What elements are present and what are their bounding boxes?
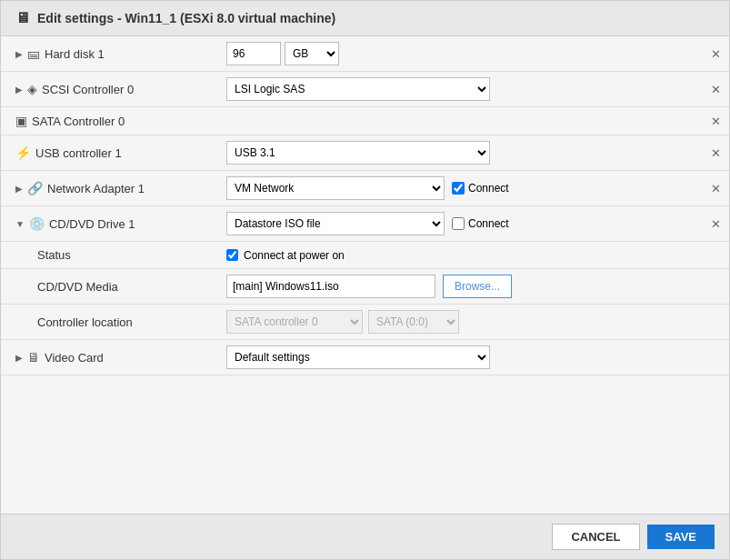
network-connect-checkbox[interactable] — [452, 182, 465, 195]
save-button[interactable]: SAVE — [647, 525, 715, 549]
usb-value-cell: USB 3.1 USB 2.0 — [219, 135, 702, 171]
video-action — [702, 340, 729, 375]
dialog-title-bar: 🖥 Edit settings - Win11_1 (ESXi 8.0 virt… — [1, 1, 729, 36]
scsi-value-cell: LSI Logic SAS LSI Logic Parallel VMware … — [219, 72, 702, 107]
cd-connect-text: Connect — [468, 217, 509, 230]
media-path-input[interactable] — [226, 275, 435, 298]
expand-arrow-icon: ▼ — [15, 219, 25, 229]
hard-disk-expand[interactable]: ▶ 🖴 Hard disk 1 — [15, 46, 105, 61]
sata-controller-row: ▣ SATA Controller 0 ✕ — [1, 107, 729, 135]
hard-disk-remove[interactable]: ✕ — [702, 36, 729, 72]
cd-status-row: Status Connect at power on — [1, 242, 729, 269]
cd-icon: 💿 — [29, 216, 45, 231]
network-expand[interactable]: ▶ 🔗 Network Adapter 1 — [15, 181, 145, 195]
sata-label-cell: ▣ SATA Controller 0 — [1, 107, 219, 135]
scsi-expand[interactable]: ▶ ◈ SCSI Controller 0 — [15, 82, 134, 96]
cd-dvd-row: ▼ 💿 CD/DVD Drive 1 Datastore ISO file Cl… — [1, 206, 729, 242]
controller-select[interactable]: SATA controller 0 SATA controller 1 — [226, 310, 363, 334]
controller-location-row: Controller location SATA controller 0 SA… — [1, 305, 729, 340]
network-controls: VM Network Management Network Connect — [226, 176, 695, 200]
sata-expand[interactable]: ▣ SATA Controller 0 — [15, 114, 125, 128]
expand-arrow-icon: ▶ — [15, 184, 23, 194]
hard-disk-label-cell: ▶ 🖴 Hard disk 1 — [1, 36, 219, 72]
status-label: Status — [37, 248, 71, 262]
video-icon: 🖥 — [27, 350, 40, 365]
scsi-type-select[interactable]: LSI Logic SAS LSI Logic Parallel VMware … — [226, 77, 490, 101]
media-value-cell: Browse... — [219, 269, 702, 305]
sata-icon: ▣ — [15, 114, 27, 128]
cd-connect-label[interactable]: Connect — [452, 217, 509, 230]
controller-location-label-cell: Controller location — [1, 305, 219, 340]
network-label-cell: ▶ 🔗 Network Adapter 1 — [1, 171, 219, 206]
vm-settings-icon: 🖥 — [15, 10, 30, 26]
hard-disk-row: ▶ 🖴 Hard disk 1 GB MB KB TB — [1, 36, 729, 72]
scsi-label: SCSI Controller 0 — [42, 83, 134, 96]
media-label-cell: CD/DVD Media — [1, 269, 219, 305]
media-row-controls: Browse... — [226, 275, 695, 298]
connect-power-text: Connect at power on — [244, 249, 345, 262]
dialog-title: Edit settings - Win11_1 (ESXi 8.0 virtua… — [37, 11, 335, 25]
video-label: Video Card — [45, 351, 104, 365]
media-action — [702, 269, 729, 305]
status-row-controls: Connect at power on — [226, 249, 695, 262]
edit-settings-dialog: 🖥 Edit settings - Win11_1 (ESXi 8.0 virt… — [0, 0, 730, 560]
cd-media-row: CD/DVD Media Browse... — [1, 269, 729, 305]
cd-label: CD/DVD Drive 1 — [49, 217, 135, 231]
usb-label: USB controller 1 — [35, 146, 122, 160]
network-select[interactable]: VM Network Management Network — [226, 176, 445, 200]
dialog-footer: CANCEL SAVE — [1, 514, 729, 559]
controller-location-label: Controller location — [37, 315, 133, 329]
network-connect-label[interactable]: Connect — [452, 182, 509, 195]
network-label: Network Adapter 1 — [47, 182, 145, 195]
connect-power-checkbox[interactable] — [226, 249, 238, 261]
usb-remove[interactable]: ✕ — [702, 135, 729, 171]
cd-label-cell: ▼ 💿 CD/DVD Drive 1 — [1, 206, 219, 242]
network-icon: 🔗 — [27, 181, 43, 195]
browse-button[interactable]: Browse... — [443, 275, 512, 298]
scsi-label-cell: ▶ ◈ SCSI Controller 0 — [1, 72, 219, 107]
sata-value-cell — [219, 107, 702, 135]
cancel-button[interactable]: CANCEL — [552, 524, 639, 550]
cd-type-select[interactable]: Datastore ISO file Client Device Host De… — [226, 212, 445, 235]
video-expand[interactable]: ▶ 🖥 Video Card — [15, 350, 104, 365]
video-settings-select[interactable]: Default settings Custom — [226, 345, 490, 369]
usb-controller-row: ⚡ USB controller 1 USB 3.1 USB 2.0 ✕ — [1, 135, 729, 171]
cd-expand[interactable]: ▼ 💿 CD/DVD Drive 1 — [15, 216, 135, 231]
usb-version-select[interactable]: USB 3.1 USB 2.0 — [226, 141, 490, 165]
scsi-icon: ◈ — [27, 82, 37, 96]
sata-label: SATA Controller 0 — [32, 115, 125, 128]
status-value-cell: Connect at power on — [219, 242, 702, 269]
media-label: CD/DVD Media — [37, 280, 118, 294]
cd-value-cell: Datastore ISO file Client Device Host De… — [219, 206, 702, 242]
expand-arrow-icon: ▶ — [15, 49, 23, 59]
usb-label-cell: ⚡ USB controller 1 — [1, 135, 219, 171]
status-action — [702, 242, 729, 269]
hard-disk-label: Hard disk 1 — [45, 47, 105, 61]
scsi-remove[interactable]: ✕ — [702, 72, 729, 107]
expand-arrow-icon: ▶ — [15, 353, 23, 363]
settings-table: ▶ 🖴 Hard disk 1 GB MB KB TB — [1, 36, 729, 375]
video-value-cell: Default settings Custom — [219, 340, 702, 375]
network-connect-text: Connect — [468, 182, 509, 195]
network-remove[interactable]: ✕ — [702, 171, 729, 206]
usb-icon: ⚡ — [15, 145, 31, 160]
status-label-cell: Status — [1, 242, 219, 269]
cd-remove[interactable]: ✕ — [702, 206, 729, 242]
disk-controls: GB MB KB TB — [226, 42, 695, 65]
disk-size-input[interactable] — [226, 42, 281, 65]
expand-arrow-icon: ▶ — [15, 85, 23, 95]
network-value-cell: VM Network Management Network Connect — [219, 171, 702, 206]
network-adapter-row: ▶ 🔗 Network Adapter 1 VM Network Managem… — [1, 171, 729, 206]
controller-location-value-cell: SATA controller 0 SATA controller 1 SATA… — [219, 305, 702, 340]
cd-connect-checkbox[interactable] — [452, 217, 465, 230]
sata-remove[interactable]: ✕ — [702, 107, 729, 135]
hard-disk-value-cell: GB MB KB TB — [219, 36, 702, 72]
video-card-row: ▶ 🖥 Video Card Default settings Custom — [1, 340, 729, 375]
usb-expand[interactable]: ⚡ USB controller 1 — [15, 145, 122, 160]
cd-controls: Datastore ISO file Client Device Host De… — [226, 212, 695, 235]
controller-action — [702, 305, 729, 340]
settings-body: ▶ 🖴 Hard disk 1 GB MB KB TB — [1, 36, 729, 514]
port-select[interactable]: SATA (0:0) SATA (0:1) — [368, 310, 459, 334]
disk-unit-select[interactable]: GB MB KB TB — [285, 42, 339, 65]
scsi-controller-row: ▶ ◈ SCSI Controller 0 LSI Logic SAS LSI … — [1, 72, 729, 107]
